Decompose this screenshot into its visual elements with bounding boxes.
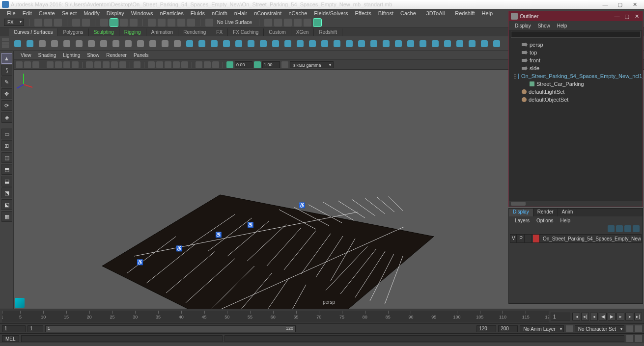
- attach-icon[interactable]: [98, 38, 109, 49]
- layer-display-type[interactable]: [526, 235, 532, 242]
- menu-redshift[interactable]: Redshift: [452, 9, 477, 17]
- history-icon[interactable]: [264, 19, 272, 27]
- revolve-icon[interactable]: [258, 38, 269, 49]
- bezier-icon[interactable]: [61, 38, 72, 49]
- dof-icon[interactable]: [196, 61, 202, 68]
- near-clip-icon[interactable]: [226, 61, 233, 68]
- save-scene-icon[interactable]: [54, 19, 62, 27]
- outliner-hscroll[interactable]: [509, 201, 643, 207]
- smooth-shade-icon[interactable]: [94, 61, 101, 68]
- step-back-button[interactable]: ◂: [590, 313, 598, 320]
- layer-new-empty-icon[interactable]: [624, 225, 631, 232]
- open-close-surf-icon[interactable]: [418, 38, 428, 49]
- go-start-button[interactable]: |◂: [572, 313, 580, 320]
- outliner-node-child[interactable]: Street_Car_Parking: [510, 80, 642, 88]
- extend-surf-icon[interactable]: [442, 38, 453, 49]
- snap-grid-icon[interactable]: [148, 19, 156, 27]
- menu-help[interactable]: Help: [479, 9, 496, 17]
- menu-effects[interactable]: Effects: [352, 9, 374, 17]
- layer-menu-help[interactable]: Help: [557, 217, 573, 224]
- menu-windows[interactable]: Windows: [128, 9, 156, 17]
- maximize-button[interactable]: ▢: [615, 1, 625, 8]
- far-clip-icon[interactable]: [254, 61, 261, 68]
- untrim-icon[interactable]: [381, 38, 392, 49]
- ep-curve-icon[interactable]: [37, 38, 48, 49]
- outliner-node-front[interactable]: front: [510, 56, 642, 64]
- extrude-icon[interactable]: [295, 38, 306, 49]
- range-inner-end-field[interactable]: [476, 325, 496, 332]
- open-close-icon[interactable]: [123, 38, 134, 49]
- menu-dtoall[interactable]: - 3DToAll -: [420, 9, 451, 17]
- plane-icon[interactable]: [246, 38, 256, 49]
- shelf-tab-animation[interactable]: Animation: [146, 28, 178, 36]
- shelf-tab-rigging[interactable]: Rigging: [119, 28, 146, 36]
- outliner-node-top[interactable]: top: [510, 49, 642, 56]
- extend-icon[interactable]: [147, 38, 158, 49]
- rotate-tool[interactable]: ⟳: [1, 100, 12, 111]
- step-fwd-button[interactable]: ▸: [616, 313, 624, 320]
- range-start-field[interactable]: [2, 325, 26, 332]
- outliner-node-objset[interactable]: defaultObjectSet: [510, 96, 642, 104]
- aa-icon[interactable]: [181, 61, 188, 68]
- camera-select-icon[interactable]: [16, 61, 23, 68]
- menu-edit[interactable]: Edit: [20, 9, 35, 17]
- layer-move-down-icon[interactable]: [616, 225, 623, 232]
- spiral-icon[interactable]: [86, 38, 97, 49]
- step-fwd-key-button[interactable]: |▸: [625, 313, 633, 320]
- outliner-menu-help[interactable]: Help: [554, 22, 570, 29]
- menu-select[interactable]: Select: [59, 9, 80, 17]
- cube-icon[interactable]: [196, 38, 207, 49]
- viewmenu-shading[interactable]: Shading: [35, 52, 59, 59]
- film-gate-icon[interactable]: [55, 61, 62, 68]
- shelf-tab-sculpting[interactable]: Sculpting: [89, 28, 119, 36]
- menu-fieldssolvers[interactable]: Fields/Solvers: [311, 9, 351, 17]
- move-tool[interactable]: ✥: [1, 88, 12, 99]
- menu-modify[interactable]: Modify: [81, 9, 102, 17]
- layer-menu-layers[interactable]: Layers: [512, 217, 532, 224]
- torus-icon[interactable]: [233, 38, 244, 49]
- viewmenu-show[interactable]: Show: [84, 52, 102, 59]
- shadows-icon[interactable]: [119, 61, 126, 68]
- outliner-minimize[interactable]: —: [613, 13, 621, 20]
- menu-cache[interactable]: Cache: [397, 9, 419, 17]
- shelf-tab-redshift[interactable]: Redshift: [314, 28, 342, 36]
- range-end-field[interactable]: [498, 325, 518, 332]
- help-line-icon[interactable]: [635, 335, 642, 342]
- resolution-gate-icon[interactable]: [63, 61, 70, 68]
- lasso-tool[interactable]: ⟆: [1, 65, 12, 76]
- attach-surf-icon[interactable]: [393, 38, 404, 49]
- rebuild-icon[interactable]: [172, 38, 183, 49]
- step-back-key-button[interactable]: ◂|: [581, 313, 589, 320]
- cone-icon[interactable]: [221, 38, 232, 49]
- live-surface-icon[interactable]: [205, 19, 213, 27]
- script-lang-toggle[interactable]: MEL: [2, 335, 19, 342]
- sphere-icon[interactable]: [184, 38, 195, 49]
- textured-icon[interactable]: [103, 61, 110, 68]
- shelf-tab-polygons[interactable]: Polygons: [58, 28, 88, 36]
- render-view-icon[interactable]: [313, 19, 321, 27]
- layer-move-up-icon[interactable]: [608, 225, 615, 232]
- shelf-tab-rendering[interactable]: Rendering: [178, 28, 211, 36]
- menu-display[interactable]: Display: [104, 9, 127, 17]
- menu-fluids[interactable]: Fluids: [188, 9, 208, 17]
- color-mgmt-dropdown[interactable]: sRGB gamma: [290, 61, 334, 68]
- layout-three[interactable]: ⬓: [1, 176, 12, 186]
- play-back-button[interactable]: ◀: [599, 313, 607, 320]
- layout-two-side[interactable]: ◫: [1, 152, 12, 163]
- range-bar[interactable]: 1 120: [45, 325, 296, 332]
- layout-two-stack[interactable]: ⬒: [1, 164, 12, 175]
- character-set-dropdown[interactable]: No Character Set: [575, 325, 624, 332]
- rebuild-surf-icon[interactable]: [467, 38, 477, 49]
- arc-icon[interactable]: [74, 38, 84, 49]
- pencil-curve-icon[interactable]: [49, 38, 60, 49]
- viewmenu-panels[interactable]: Panels: [131, 52, 152, 59]
- shelf-tab-fxcaching[interactable]: FX Caching: [228, 28, 264, 36]
- motion-blur-icon[interactable]: [173, 61, 180, 68]
- insert-knot-icon[interactable]: [135, 38, 146, 49]
- layer-tab-render[interactable]: Render: [533, 209, 558, 216]
- square-surf-icon[interactable]: [332, 38, 342, 49]
- snap-point-icon[interactable]: [168, 19, 175, 27]
- layout-hypershade[interactable]: ⬕: [1, 199, 12, 210]
- circle-icon[interactable]: [12, 38, 23, 49]
- outliner-node-persp[interactable]: persp: [510, 41, 642, 49]
